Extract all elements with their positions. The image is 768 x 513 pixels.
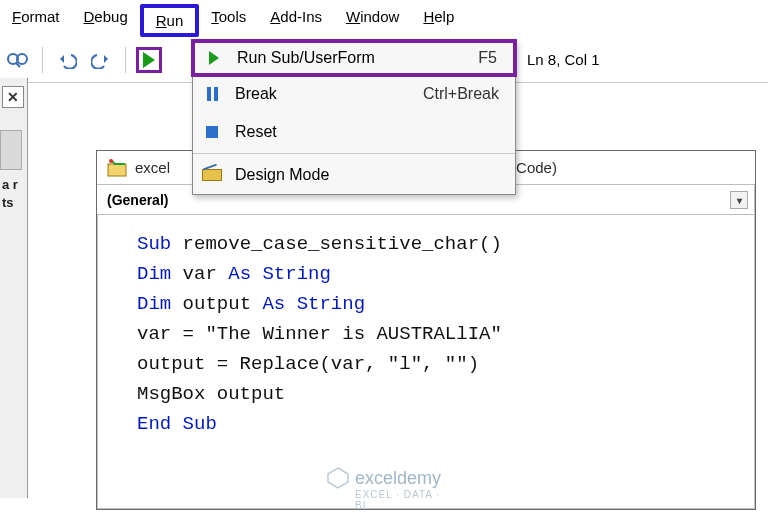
svg-rect-3 [108, 164, 126, 176]
panel-cropped-text: a r ts [0, 176, 24, 212]
menu-item-design-mode[interactable]: Design Mode [193, 156, 515, 194]
shortcut-label: Ctrl+Break [423, 85, 505, 103]
play-icon [203, 51, 225, 65]
menu-tools[interactable]: Tools [199, 4, 258, 37]
undo-icon[interactable] [53, 46, 81, 74]
menu-window[interactable]: Window [334, 4, 411, 37]
find-icon[interactable] [4, 46, 32, 74]
run-button[interactable] [136, 47, 162, 73]
shortcut-label: F5 [478, 49, 503, 67]
menu-run[interactable]: Run [140, 4, 200, 37]
menu-item-break[interactable]: Break Ctrl+Break [193, 75, 515, 113]
menu-item-reset[interactable]: Reset [193, 113, 515, 151]
play-icon [143, 52, 155, 68]
window-title-prefix: excel [135, 159, 170, 176]
code-editor[interactable]: Sub remove_case_sensitive_char() Dim var… [97, 215, 755, 509]
menu-format[interactable]: Format [0, 4, 72, 37]
panel-drag-handle[interactable] [0, 130, 22, 170]
svg-point-4 [109, 159, 113, 163]
menu-debug[interactable]: Debug [72, 4, 140, 37]
pause-icon [201, 87, 223, 101]
chevron-down-icon[interactable]: ▾ [730, 191, 748, 209]
toolbar-separator [42, 47, 43, 73]
close-panel-button[interactable]: ✕ [2, 86, 24, 108]
menu-item-run-sub[interactable]: Run Sub/UserForm F5 [191, 39, 517, 77]
design-mode-icon [201, 169, 223, 181]
redo-icon[interactable] [87, 46, 115, 74]
code-window: excel .xlsx - Module1 (Code) (General) ▾… [96, 150, 756, 510]
menu-separator [193, 153, 515, 154]
toolbar-separator [125, 47, 126, 73]
run-menu-dropdown: Run Sub/UserForm F5 Break Ctrl+Break Res… [192, 40, 516, 195]
cursor-position-status: Ln 8, Col 1 [519, 51, 600, 68]
menu-bar: Format Debug Run Tools Add-Ins Window He… [0, 0, 768, 41]
stop-icon [201, 126, 223, 138]
menu-help[interactable]: Help [411, 4, 466, 37]
module-icon [107, 158, 127, 178]
menu-addins[interactable]: Add-Ins [258, 4, 334, 37]
object-combo-value: (General) [107, 192, 168, 208]
